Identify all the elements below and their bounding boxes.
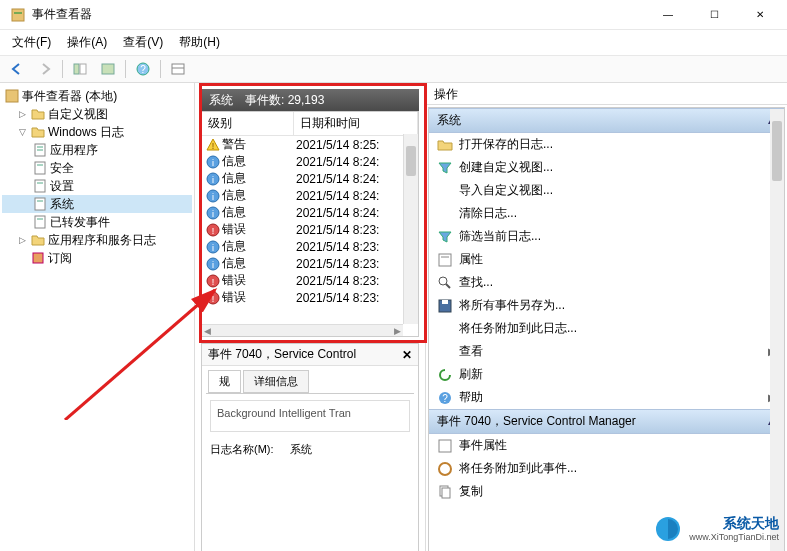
tree-windows-logs[interactable]: ▽ Windows 日志 (2, 123, 192, 141)
log-name-value: 系统 (290, 442, 312, 457)
action-attach-task-event[interactable]: 将任务附加到此事件... (429, 457, 784, 480)
tree-app-service-logs[interactable]: ▷ 应用程序和服务日志 (2, 231, 192, 249)
minimize-button[interactable]: — (645, 0, 691, 30)
menu-file[interactable]: 文件(F) (6, 32, 57, 53)
action-properties[interactable]: 属性 (429, 248, 784, 271)
action-clear-log[interactable]: 清除日志... (429, 202, 784, 225)
event-datetime: 2021/5/14 8:25: (296, 138, 418, 152)
find-icon (437, 275, 453, 291)
actions-section-event[interactable]: 事件 7040，Service Control Manager ▲ (429, 409, 784, 434)
detail-title: 事件 7040，Service Control (208, 346, 356, 363)
event-datetime: 2021/5/14 8:24: (296, 189, 418, 203)
tab-details[interactable]: 详细信息 (243, 370, 309, 393)
event-datetime: 2021/5/14 8:23: (296, 257, 418, 271)
event-level: 警告 (222, 136, 296, 153)
tree-system[interactable]: 系统 (2, 195, 192, 213)
info-icon: i (206, 155, 220, 169)
menu-view[interactable]: 查看(V) (117, 32, 169, 53)
tree-application[interactable]: 应用程序 (2, 141, 192, 159)
event-row[interactable]: i信息2021/5/14 8:24: (202, 204, 418, 221)
titlebar: 事件查看器 — ☐ ✕ (0, 0, 787, 30)
event-row[interactable]: !错误2021/5/14 8:23: (202, 289, 418, 306)
event-level: 信息 (222, 255, 296, 272)
maximize-button[interactable]: ☐ (691, 0, 737, 30)
svg-point-43 (439, 277, 447, 285)
action-import-view[interactable]: 导入自定义视图... (429, 179, 784, 202)
svg-rect-17 (35, 198, 45, 210)
expand-icon[interactable]: ▷ (16, 235, 28, 245)
tree-forwarded[interactable]: 已转发事件 (2, 213, 192, 231)
event-datetime: 2021/5/14 8:24: (296, 172, 418, 186)
event-row[interactable]: !警告2021/5/14 8:25: (202, 136, 418, 153)
collapse-icon[interactable]: ▽ (16, 127, 28, 137)
event-level: 信息 (222, 204, 296, 221)
svg-rect-19 (35, 216, 45, 228)
action-find[interactable]: 查找... (429, 271, 784, 294)
event-row[interactable]: i信息2021/5/14 8:24: (202, 187, 418, 204)
toolbar-btn-3[interactable] (166, 58, 190, 80)
event-row[interactable]: !错误2021/5/14 8:23: (202, 221, 418, 238)
center-panel: 系统 事件数: 29,193 级别 日期和时间 !警告2021/5/14 8:2… (195, 83, 425, 551)
action-event-props[interactable]: 事件属性 (429, 434, 784, 457)
event-level: 信息 (222, 238, 296, 255)
action-open-saved[interactable]: 打开保存的日志... (429, 133, 784, 156)
detail-close-button[interactable]: ✕ (402, 348, 412, 362)
error-icon: ! (206, 291, 220, 305)
tree-root[interactable]: 事件查看器 (本地) (2, 87, 192, 105)
toolbar-btn-1[interactable] (68, 58, 92, 80)
svg-text:i: i (212, 260, 214, 270)
scroll-thumb[interactable] (406, 146, 416, 176)
svg-rect-2 (74, 64, 79, 74)
action-filter-current[interactable]: 筛选当前日志... (429, 225, 784, 248)
actions-section-system[interactable]: 系统 ▲ (429, 108, 784, 133)
menu-help[interactable]: 帮助(H) (173, 32, 226, 53)
action-refresh[interactable]: 刷新 (429, 363, 784, 386)
event-datetime: 2021/5/14 8:23: (296, 223, 418, 237)
info-icon: i (206, 257, 220, 271)
event-row[interactable]: !错误2021/5/14 8:23: (202, 272, 418, 289)
vertical-scrollbar[interactable] (403, 134, 418, 324)
tree-setup[interactable]: 设置 (2, 177, 192, 195)
menubar: 文件(F) 操作(A) 查看(V) 帮助(H) (0, 30, 787, 55)
action-attach-task[interactable]: 将任务附加到此日志... (429, 317, 784, 340)
col-header-level[interactable]: 级别 (202, 112, 294, 135)
horizontal-scrollbar[interactable]: ◀▶ (202, 324, 403, 336)
toolbar-btn-2[interactable] (96, 58, 120, 80)
tree-subscriptions[interactable]: ▷ 订阅 (2, 249, 192, 267)
clear-icon (437, 206, 453, 222)
col-header-datetime[interactable]: 日期和时间 (294, 112, 418, 135)
back-button[interactable] (5, 58, 29, 80)
scroll-thumb[interactable] (772, 121, 782, 181)
info-icon: i (206, 206, 220, 220)
view-icon (437, 344, 453, 360)
folder-icon (30, 124, 46, 140)
svg-text:!: ! (212, 277, 215, 287)
action-save-all[interactable]: 将所有事件另存为... (429, 294, 784, 317)
svg-text:?: ? (140, 64, 146, 75)
menu-action[interactable]: 操作(A) (61, 32, 113, 53)
forward-button[interactable] (33, 58, 57, 80)
svg-rect-49 (439, 440, 451, 452)
close-button[interactable]: ✕ (737, 0, 783, 30)
save-icon (437, 298, 453, 314)
event-count: 事件数: 29,193 (245, 92, 324, 109)
svg-rect-21 (33, 253, 43, 263)
tree-security[interactable]: 安全 (2, 159, 192, 177)
action-copy[interactable]: 复制 (429, 480, 784, 503)
action-create-view[interactable]: 创建自定义视图... (429, 156, 784, 179)
tree-custom-views[interactable]: ▷ 自定义视图 (2, 105, 192, 123)
event-row[interactable]: i信息2021/5/14 8:24: (202, 170, 418, 187)
import-icon (437, 183, 453, 199)
subscription-icon (30, 250, 46, 266)
help-button[interactable]: ? (131, 58, 155, 80)
event-row[interactable]: i信息2021/5/14 8:23: (202, 255, 418, 272)
actions-scrollbar[interactable] (770, 109, 784, 551)
tab-general[interactable]: 规 (208, 370, 241, 393)
expand-icon[interactable]: ▷ (16, 109, 28, 119)
navigation-tree: 事件查看器 (本地) ▷ 自定义视图 ▽ Windows 日志 应用程序 安全 … (0, 83, 195, 551)
action-view[interactable]: 查看▶ (429, 340, 784, 363)
event-row[interactable]: i信息2021/5/14 8:23: (202, 238, 418, 255)
event-row[interactable]: i信息2021/5/14 8:24: (202, 153, 418, 170)
action-help[interactable]: ?帮助▶ (429, 386, 784, 409)
log-icon (32, 214, 48, 230)
